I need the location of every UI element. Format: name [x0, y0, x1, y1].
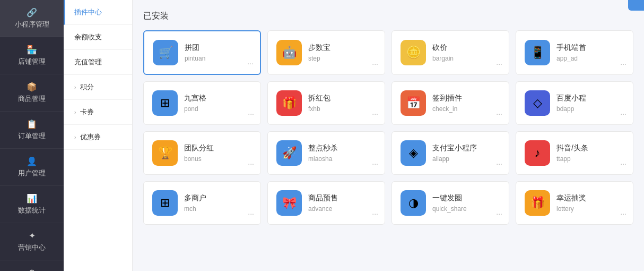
chevron-icon: › [74, 134, 76, 140]
plugin-more-bonus[interactable]: ··· [248, 159, 254, 168]
sidebar-item-store[interactable]: 🏪店铺管理 [0, 37, 64, 74]
plugin-code-bargain: bargain [432, 55, 500, 62]
plugin-card-ttapp[interactable]: ♪ 抖音/头条 ttapp ··· [516, 131, 633, 175]
plugin-card-miaosha[interactable]: 🚀 整点秒杀 miaosha ··· [267, 131, 385, 175]
plugin-more-miaosha[interactable]: ··· [372, 159, 378, 168]
plugin-more-bdapp[interactable]: ··· [620, 109, 626, 118]
plugin-info-fxhb: 拆红包 fxhb [308, 94, 376, 113]
plugin-name-bargain: 砍价 [432, 43, 500, 53]
sidebar-item-settings[interactable]: ⚙设置 [0, 260, 64, 271]
chevron-icon: › [74, 84, 76, 90]
plugin-code-advance: advance [308, 205, 376, 213]
plugin-name-quick_share: 一键发圈 [432, 193, 500, 203]
sub-sidebar-item-4[interactable]: ›卡券 [64, 100, 132, 125]
plugin-icon-miaosha: 🚀 [276, 140, 302, 166]
main-content: 已安装 🛒 拼团 pintuan ··· 🤖 步数宝 step ··· 🪙 砍价… [133, 0, 644, 271]
plugin-code-mch: mch [184, 205, 252, 213]
plugin-card-lottery[interactable]: 🎁 幸运抽奖 lottery ··· [516, 181, 633, 225]
plugin-card-advance[interactable]: 🎀 商品预售 advance ··· [267, 181, 385, 225]
plugin-name-aliapp: 支付宝小程序 [432, 143, 500, 153]
plugin-icon-pintuan: 🛒 [153, 40, 178, 65]
sub-sidebar-item-2[interactable]: 充值管理 [64, 50, 132, 75]
plugin-more-mch[interactable]: ··· [248, 209, 254, 218]
plugin-icon-bargain: 🪙 [401, 40, 426, 65]
sub-sidebar-item-0[interactable]: 插件中心 [64, 0, 132, 25]
plugin-card-fxhb[interactable]: 🎁 拆红包 fxhb ··· [267, 81, 385, 125]
miniapp-icon: 🔗 [27, 7, 37, 18]
sidebar-item-user[interactable]: 👤用户管理 [0, 149, 64, 186]
plugin-info-mch: 多商户 mch [184, 193, 252, 213]
plugin-code-miaosha: miaosha [308, 155, 376, 163]
plugin-card-aliapp[interactable]: ◈ 支付宝小程序 aliapp ··· [391, 131, 509, 175]
sub-sidebar-item-3[interactable]: ›积分 [64, 75, 132, 100]
plugin-more-pintuan[interactable]: ··· [247, 59, 254, 67]
plugin-name-pond: 九宫格 [184, 94, 252, 103]
plugin-info-bdapp: 百度小程 bdapp [556, 94, 624, 113]
plugin-card-pintuan[interactable]: 🛒 拼团 pintuan ··· [143, 30, 261, 75]
sub-sidebar-item-5[interactable]: ›优惠券 [64, 125, 132, 150]
plugin-more-advance[interactable]: ··· [372, 209, 378, 218]
sidebar-item-order[interactable]: 📋订单管理 [0, 112, 64, 149]
plugin-card-step[interactable]: 🤖 步数宝 step ··· [267, 30, 385, 75]
plugin-code-bdapp: bdapp [556, 105, 624, 113]
plugin-more-app_ad[interactable]: ··· [620, 60, 626, 68]
sidebar-item-marketing[interactable]: ✦营销中心 [0, 223, 64, 260]
plugin-icon-ttapp: ♪ [525, 140, 550, 166]
plugin-info-ttapp: 抖音/头条 ttapp [556, 143, 624, 163]
plugin-info-aliapp: 支付宝小程序 aliapp [432, 143, 500, 163]
plugin-name-pintuan: 拼团 [185, 43, 251, 53]
main-sidebar: 🔗小程序管理🏪店铺管理📦商品管理📋订单管理👤用户管理📊数据统计✦营销中心⚙设置 [0, 0, 64, 271]
plugin-name-advance: 商品预售 [308, 193, 376, 203]
plugin-card-bonus[interactable]: 🏆 团队分红 bonus ··· [143, 131, 261, 175]
plugin-more-ttapp[interactable]: ··· [620, 159, 626, 168]
plugin-more-step[interactable]: ··· [372, 60, 378, 68]
top-corner-button[interactable] [628, 0, 644, 11]
plugin-icon-bonus: 🏆 [152, 140, 178, 166]
plugin-name-bonus: 团队分红 [184, 143, 252, 153]
plugin-more-fxhb[interactable]: ··· [372, 109, 378, 118]
plugin-more-lottery[interactable]: ··· [620, 209, 626, 218]
plugin-code-bonus: bonus [184, 155, 252, 163]
plugin-name-mch: 多商户 [184, 193, 252, 203]
plugin-more-check_in[interactable]: ··· [496, 109, 502, 118]
plugin-code-pond: pond [184, 105, 252, 113]
plugin-info-advance: 商品预售 advance [308, 193, 376, 213]
plugin-name-app_ad: 手机端首 [556, 43, 624, 53]
plugin-card-quick_share[interactable]: ◑ 一键发圈 quick_share ··· [391, 181, 509, 225]
plugin-icon-pond: ⊞ [152, 90, 178, 116]
plugin-icon-lottery: 🎁 [525, 190, 550, 216]
plugin-code-quick_share: quick_share [432, 205, 500, 213]
plugin-icon-mch: ⊞ [152, 190, 178, 216]
plugin-more-bargain[interactable]: ··· [496, 60, 502, 68]
plugin-grid: 🛒 拼团 pintuan ··· 🤖 步数宝 step ··· 🪙 砍价 bar… [143, 30, 633, 225]
plugin-more-aliapp[interactable]: ··· [496, 159, 502, 168]
page-title: 已安装 [143, 11, 633, 22]
plugin-info-miaosha: 整点秒杀 miaosha [308, 143, 376, 163]
plugin-name-fxhb: 拆红包 [308, 94, 376, 103]
settings-icon: ⚙ [28, 268, 36, 271]
plugin-name-bdapp: 百度小程 [556, 94, 624, 103]
plugin-name-ttapp: 抖音/头条 [556, 143, 624, 153]
plugin-code-check_in: check_in [432, 105, 500, 113]
sidebar-item-goods[interactable]: 📦商品管理 [0, 74, 64, 112]
plugin-icon-check_in: 📅 [401, 90, 426, 116]
goods-icon: 📦 [27, 82, 37, 92]
plugin-card-check_in[interactable]: 📅 签到插件 check_in ··· [391, 81, 509, 125]
sidebar-item-stats[interactable]: 📊数据统计 [0, 186, 64, 223]
plugin-info-lottery: 幸运抽奖 lottery [556, 193, 624, 213]
plugin-icon-step: 🤖 [276, 40, 302, 65]
plugin-name-check_in: 签到插件 [432, 94, 500, 103]
plugin-card-bdapp[interactable]: ◇ 百度小程 bdapp ··· [516, 81, 633, 125]
plugin-code-fxhb: fxhb [308, 105, 376, 113]
plugin-code-lottery: lottery [556, 205, 624, 213]
plugin-icon-advance: 🎀 [276, 190, 302, 216]
plugin-card-mch[interactable]: ⊞ 多商户 mch ··· [143, 181, 261, 225]
plugin-card-app_ad[interactable]: 📱 手机端首 app_ad ··· [516, 30, 633, 75]
plugin-icon-bdapp: ◇ [525, 90, 550, 116]
plugin-more-quick_share[interactable]: ··· [496, 209, 502, 218]
plugin-card-pond[interactable]: ⊞ 九宫格 pond ··· [143, 81, 261, 125]
sub-sidebar-item-1[interactable]: 余额收支 [64, 25, 132, 50]
plugin-more-pond[interactable]: ··· [248, 109, 254, 118]
plugin-card-bargain[interactable]: 🪙 砍价 bargain ··· [391, 30, 509, 75]
sidebar-item-miniapp[interactable]: 🔗小程序管理 [0, 0, 64, 37]
